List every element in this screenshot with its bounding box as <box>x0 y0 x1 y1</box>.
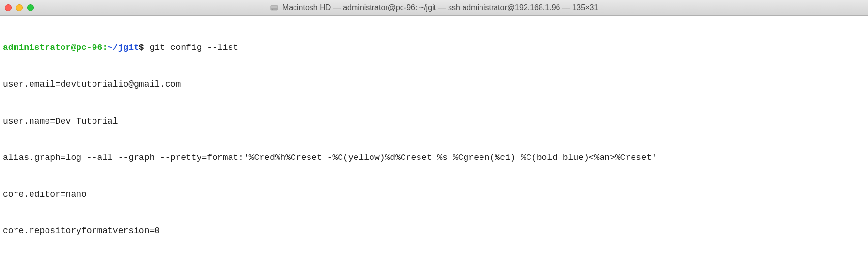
svg-rect-1 <box>271 8 278 10</box>
minimize-button[interactable] <box>16 4 23 11</box>
prompt-symbol: $ <box>139 43 144 52</box>
terminal-content[interactable]: administrator@pc-96:~/jgit$ git config -… <box>0 16 868 255</box>
window-titlebar: Macintosh HD — administrator@pc-96: ~/jg… <box>0 0 868 16</box>
window-title-wrap: Macintosh HD — administrator@pc-96: ~/jg… <box>270 3 598 12</box>
disk-icon <box>270 3 279 12</box>
close-button[interactable] <box>5 4 12 11</box>
prompt-path: ~/jgit <box>108 43 139 52</box>
command-line: administrator@pc-96:~/jgit$ git config -… <box>3 42 865 54</box>
prompt-separator: : <box>102 43 108 52</box>
prompt-user-host: administrator@pc-96 <box>3 43 102 52</box>
output-line: user.name=Dev Tutorial <box>3 115 865 128</box>
entered-command: git config --list <box>149 43 238 52</box>
output-line: alias.graph=log --all --graph --pretty=f… <box>3 152 865 164</box>
traffic-lights <box>5 4 34 11</box>
window-title: Macintosh HD — administrator@pc-96: ~/jg… <box>282 3 598 12</box>
svg-point-2 <box>272 9 273 10</box>
output-line: user.email=devtutorialio@gmail.com <box>3 79 865 91</box>
output-line: core.repositoryformatversion=0 <box>3 225 865 237</box>
output-line: core.editor=nano <box>3 189 865 201</box>
zoom-button[interactable] <box>27 4 34 11</box>
